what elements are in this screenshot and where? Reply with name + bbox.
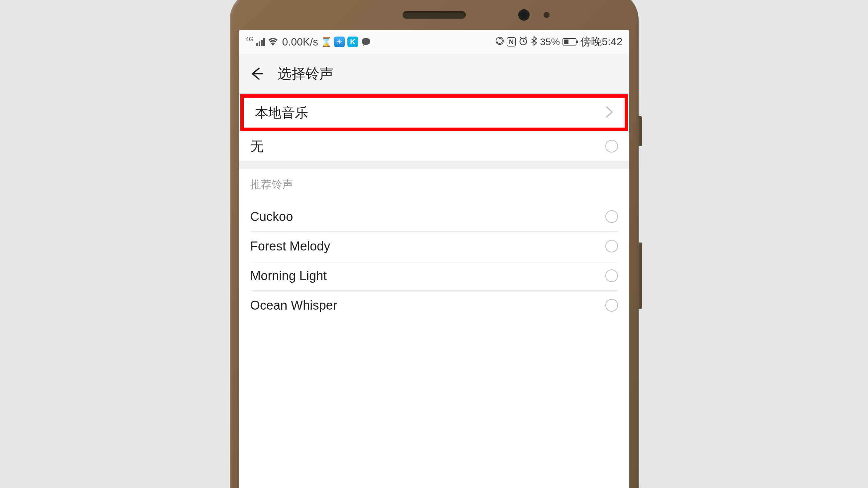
battery-icon (562, 38, 577, 45)
hourglass-icon: ⌛ (321, 37, 332, 47)
ringtone-row[interactable]: Forest Melody (239, 232, 629, 261)
none-row[interactable]: 无 (239, 132, 629, 161)
status-left: 4G 0.00K/s ⌛ ☀ K (246, 36, 372, 48)
ringtone-row[interactable]: Morning Light (239, 261, 629, 290)
ringtone-list: CuckooForest MelodyMorning LightOcean Wh… (239, 195, 629, 320)
signal-icon (256, 38, 265, 46)
radio-icon[interactable] (606, 240, 618, 253)
sensor-icon (544, 12, 550, 18)
weather-app-icon: ☀ (334, 37, 345, 47)
radio-icon[interactable] (606, 210, 618, 223)
header-bar: 选择铃声 (239, 54, 629, 94)
nfc-icon: N (507, 37, 516, 46)
side-button-icon (639, 242, 642, 309)
local-music-label: 本地音乐 (255, 104, 308, 122)
radio-icon[interactable] (606, 140, 618, 153)
phone-top-bezel (239, 0, 629, 30)
ringtone-label: Forest Melody (250, 239, 331, 254)
phone-body: 4G 0.00K/s ⌛ ☀ K (230, 0, 639, 488)
k-app-icon: K (347, 37, 358, 47)
ringtone-label: Ocean Whisper (250, 298, 337, 313)
chevron-right-icon (606, 106, 613, 120)
alarm-icon (519, 36, 528, 48)
ringtone-row[interactable]: Ocean Whisper (239, 291, 629, 320)
ringtone-label: Cuckoo (250, 209, 293, 224)
section-gap (239, 161, 629, 169)
speaker-icon (403, 11, 466, 19)
screen: 4G 0.00K/s ⌛ ☀ K (239, 30, 629, 488)
side-button-icon (639, 116, 642, 146)
highlight-box: 本地音乐 (240, 94, 628, 131)
battery-percent-label: 35% (540, 36, 560, 47)
sync-icon (495, 37, 504, 47)
local-music-row[interactable]: 本地音乐 (244, 98, 625, 128)
radio-icon[interactable] (606, 269, 618, 282)
time-label: 傍晚5:42 (581, 35, 622, 49)
back-button[interactable] (248, 66, 264, 82)
content-area: 本地音乐 无 推荐铃声 CuckooForest MelodyMorning (239, 94, 629, 320)
back-arrow-icon (250, 67, 263, 80)
ringtone-row[interactable]: Cuckoo (239, 202, 629, 231)
network-type-label: 4G (246, 36, 254, 43)
phone-frame: 4G 0.00K/s ⌛ ☀ K (230, 0, 639, 488)
recommended-section-header: 推荐铃声 (239, 169, 629, 195)
status-bar: 4G 0.00K/s ⌛ ☀ K (239, 30, 629, 54)
none-label: 无 (250, 137, 264, 156)
front-camera-icon (518, 9, 530, 21)
status-right: N 35% 傍晚5:42 (495, 35, 622, 49)
radio-icon[interactable] (606, 299, 618, 312)
page-title: 选择铃声 (278, 64, 334, 83)
data-speed-label: 0.00K/s (282, 36, 318, 48)
wifi-icon (268, 36, 278, 48)
chat-icon (361, 37, 371, 47)
bluetooth-icon (531, 36, 537, 48)
ringtone-label: Morning Light (250, 269, 327, 283)
